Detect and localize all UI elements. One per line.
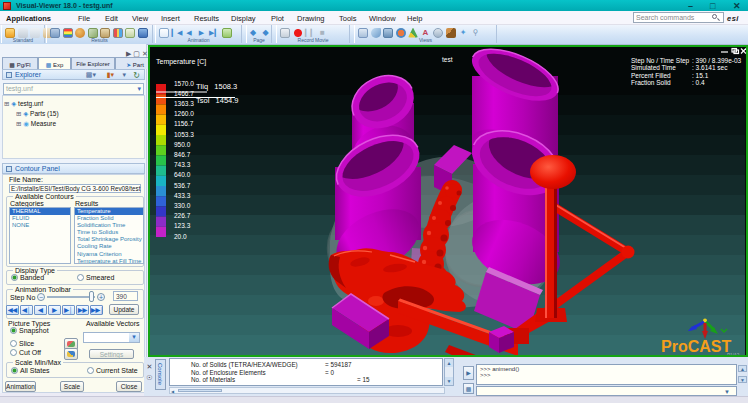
svg-text:Percent Filled: Percent Filled bbox=[631, 72, 671, 79]
svg-text:Simulated Time: Simulated Time bbox=[631, 64, 676, 71]
svg-text:: 3.6141 sec: : 3.6141 sec bbox=[692, 64, 728, 71]
svg-text:Fraction Solid: Fraction Solid bbox=[631, 79, 671, 86]
svg-text:20.0: 20.0 bbox=[174, 233, 187, 240]
svg-text:P1/A2: P1/A2 bbox=[727, 353, 740, 355]
svg-text:536.7: 536.7 bbox=[174, 182, 191, 189]
svg-text:226.7: 226.7 bbox=[174, 212, 191, 219]
svg-text:: 15.1: : 15.1 bbox=[692, 72, 709, 79]
svg-text:: 390 / 8.399e-03: : 390 / 8.399e-03 bbox=[692, 57, 742, 64]
svg-text:1260.0: 1260.0 bbox=[174, 110, 194, 117]
svg-text:Tliq 1508.3: Tliq 1508.3 bbox=[196, 82, 237, 91]
svg-text:: 0.4: : 0.4 bbox=[692, 79, 705, 86]
svg-text:1466.7: 1466.7 bbox=[174, 90, 194, 97]
svg-text:test: test bbox=[442, 56, 453, 63]
svg-text:Temperature [C]: Temperature [C] bbox=[156, 58, 206, 66]
svg-text:1570.0: 1570.0 bbox=[174, 80, 194, 87]
svg-text:Tsol 1454.9: Tsol 1454.9 bbox=[196, 96, 239, 105]
svg-text:ProCAST: ProCAST bbox=[661, 338, 731, 355]
svg-text:123.3: 123.3 bbox=[174, 222, 191, 229]
svg-text:1053.3: 1053.3 bbox=[174, 131, 194, 138]
svg-text:1156.7: 1156.7 bbox=[174, 120, 194, 127]
svg-text:640.0: 640.0 bbox=[174, 171, 191, 178]
svg-text:846.7: 846.7 bbox=[174, 151, 191, 158]
svg-text:743.3: 743.3 bbox=[174, 161, 191, 168]
svg-text:330.0: 330.0 bbox=[174, 202, 191, 209]
svg-text:950.0: 950.0 bbox=[174, 141, 191, 148]
svg-text:1363.3: 1363.3 bbox=[174, 100, 194, 107]
svg-text:433.3: 433.3 bbox=[174, 192, 191, 199]
